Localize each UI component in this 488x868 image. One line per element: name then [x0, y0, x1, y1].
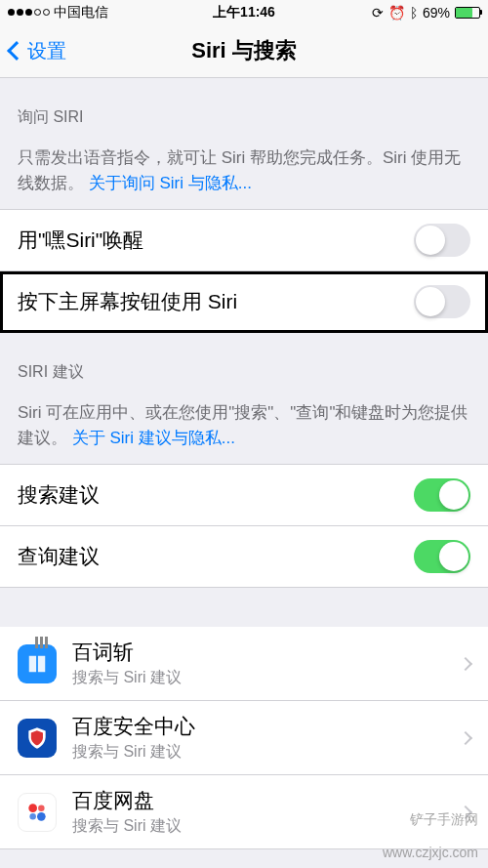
row-search-suggestions[interactable]: 搜索建议	[0, 464, 488, 526]
row-hey-siri[interactable]: 用"嘿Siri"唤醒	[0, 209, 488, 271]
row-lookup-suggestions[interactable]: 查询建议	[0, 526, 488, 588]
alarm-icon: ⏰	[388, 5, 405, 21]
battery-pct: 69%	[423, 5, 450, 21]
svg-point-5	[38, 805, 45, 811]
app-row-baidu-security[interactable]: 百度安全中心 搜索与 Siri 建议	[0, 701, 488, 775]
app-subtitle: 搜索与 Siri 建议	[72, 742, 445, 763]
app-subtitle: 搜索与 Siri 建议	[72, 668, 445, 688]
toggle-search-suggestions[interactable]	[414, 478, 470, 512]
app-icon-baicizhan	[18, 644, 57, 683]
row-home-button-siri[interactable]: 按下主屏幕按钮使用 Siri	[0, 271, 488, 333]
page-title: Siri 与搜索	[0, 36, 488, 65]
app-icon-baidu-netdisk	[18, 793, 57, 832]
section-header-suggestions: SIRI 建议	[0, 333, 488, 393]
chevron-right-icon	[459, 656, 472, 670]
app-subtitle: 搜索与 Siri 建议	[72, 816, 445, 837]
svg-point-4	[29, 813, 36, 820]
row-lookup-suggestions-label: 查询建议	[18, 543, 100, 570]
watermark-url: www.czjxjc.com	[383, 845, 478, 860]
section-desc-ask-siri: 只需发出语音指令，就可让 Siri 帮助您完成任务。Siri 使用无线数据。 关…	[0, 138, 488, 209]
suggestions-privacy-link[interactable]: 关于 Siri 建议与隐私...	[72, 429, 235, 447]
row-search-suggestions-label: 搜索建议	[18, 481, 100, 509]
chevron-right-icon	[459, 730, 472, 744]
app-title: 百词斩	[72, 639, 445, 666]
svg-point-3	[37, 812, 46, 821]
app-icon-baidu-security	[18, 719, 57, 758]
status-time: 上午11:46	[213, 4, 275, 21]
carrier-label: 中国电信	[54, 4, 108, 21]
toggle-lookup-suggestions[interactable]	[414, 540, 470, 573]
back-button[interactable]: 设置	[10, 38, 66, 64]
ask-siri-privacy-link[interactable]: 关于询问 Siri 与隐私...	[89, 174, 252, 192]
app-title: 百度安全中心	[72, 713, 445, 740]
svg-point-2	[28, 804, 37, 812]
app-row-baicizhan[interactable]: 百词斩 搜索与 Siri 建议	[0, 627, 488, 701]
row-home-button-siri-label: 按下主屏幕按钮使用 Siri	[18, 288, 237, 315]
signal-strength-icon	[8, 9, 50, 16]
svg-rect-1	[38, 655, 45, 672]
nav-bar: 设置 Siri 与搜索	[0, 24, 488, 78]
row-hey-siri-label: 用"嘿Siri"唤醒	[18, 227, 143, 254]
watermark-text: 铲子手游网	[410, 811, 478, 829]
decorative-bars	[35, 637, 48, 648]
bluetooth-icon: ᛒ	[410, 5, 418, 21]
svg-rect-0	[29, 655, 36, 672]
chevron-left-icon	[7, 41, 26, 61]
section-header-ask-siri: 询问 SIRI	[0, 78, 488, 138]
battery-icon	[455, 7, 480, 19]
app-title: 百度网盘	[72, 787, 445, 814]
toggle-home-button-siri[interactable]	[414, 285, 470, 318]
orientation-lock-icon: ⟳	[372, 5, 384, 21]
section-desc-suggestions: Siri 可在应用中、或在您使用"搜索"、"查询"和键盘时为您提供建议。 关于 …	[0, 393, 488, 464]
toggle-hey-siri[interactable]	[414, 224, 470, 257]
status-bar: 中国电信 上午11:46 ⟳ ⏰ ᛒ 69%	[0, 0, 488, 24]
back-label: 设置	[27, 38, 66, 64]
